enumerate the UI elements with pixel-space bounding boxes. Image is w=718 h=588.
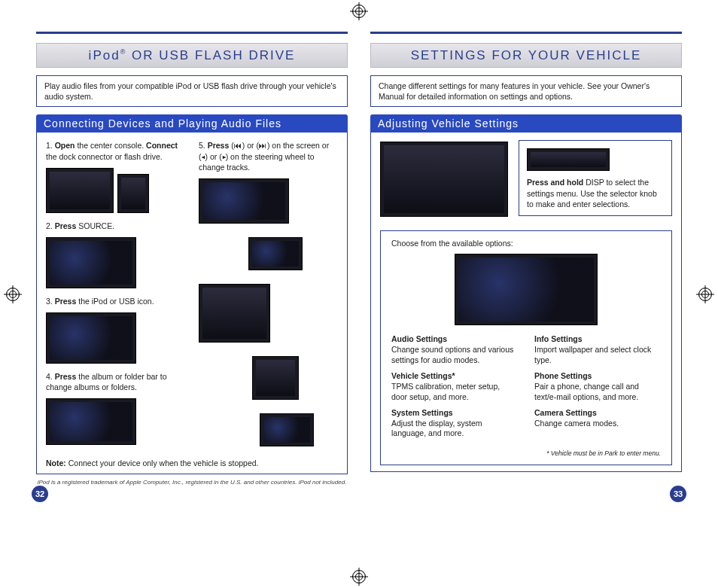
- options-footnote: * Vehicle must be in Park to enter menu.: [391, 449, 661, 457]
- page-number-right: 33: [670, 486, 686, 502]
- image-wheel-controls: [252, 356, 299, 400]
- opt-system: System SettingsAdjust the display, syste…: [391, 408, 518, 439]
- opt-info: Info SettingsImport wallpaper and select…: [534, 334, 661, 365]
- title-text-pre: iPod: [89, 48, 120, 62]
- image-ipod-icon-screen: [46, 312, 136, 364]
- section-header-right: Adjusting Vehicle Settings: [370, 114, 682, 133]
- options-col-1: Audio SettingsChange sound options and v…: [391, 334, 518, 445]
- intro-text-left: Play audio files from your compatible iP…: [36, 75, 348, 107]
- next-track-icon: ⏭: [259, 141, 267, 150]
- page-left: iPod® OR USB FLASH DRIVE Play audio file…: [36, 32, 348, 486]
- opt-system-title: System Settings: [391, 408, 518, 419]
- step1-txt2: the dock connector or flash drive.: [46, 152, 163, 161]
- step4-bold: Press: [55, 372, 77, 381]
- opt-info-title: Info Settings: [534, 334, 661, 345]
- opt-audio-title: Audio Settings: [391, 334, 518, 345]
- opt-vehicle: Vehicle Settings*TPMS calibration, meter…: [391, 371, 518, 402]
- note-line: Note: Connect your device only when the …: [46, 459, 338, 468]
- image-dashboard: [380, 142, 508, 217]
- title-registered: ®: [120, 48, 127, 56]
- step2-txt: SOURCE.: [76, 221, 114, 230]
- opt-audio-desc: Change sound options and various setting…: [391, 345, 513, 364]
- prev-track-icon: ⏮: [234, 141, 242, 150]
- registration-mark-bottom: [352, 570, 366, 583]
- page-title-left: iPod® OR USB FLASH DRIVE: [36, 43, 348, 68]
- image-disp-panel: [527, 148, 610, 171]
- opt-audio: Audio SettingsChange sound options and v…: [391, 334, 518, 365]
- image-steering-wheel: [199, 284, 270, 343]
- image-album-bar: [46, 398, 136, 445]
- image-album-b: [260, 413, 314, 446]
- left-column: 1. Open the center console. Connect the …: [46, 140, 185, 454]
- opt-vehicle-desc: TPMS calibration, meter setup, door setu…: [391, 382, 500, 401]
- registration-mark-left: [6, 288, 20, 301]
- disp-tip-box: Press and hold DISP to select the settin…: [519, 140, 672, 216]
- opt-system-desc: Adjust the display, system language, and…: [391, 419, 482, 438]
- page-number-left: 32: [32, 486, 48, 502]
- opt-phone: Phone SettingsPair a phone, change call …: [534, 371, 661, 402]
- rule-top: [36, 32, 348, 34]
- note-label: Note:: [46, 459, 66, 468]
- title-text-post: OR USB FLASH DRIVE: [126, 48, 295, 62]
- trademark-line: iPod is a registered trademark of Apple …: [36, 479, 348, 486]
- opt-phone-desc: Pair a phone, change call and text/e-mai…: [534, 382, 639, 401]
- image-console: [46, 168, 114, 213]
- intro-text-right: Change different settings for many featu…: [370, 75, 682, 107]
- opt-camera-desc: Change camera modes.: [534, 419, 619, 428]
- section-body-right: Press and hold DISP to select the settin…: [370, 133, 682, 472]
- step-1: 1. Open the center console. Connect the …: [46, 140, 185, 161]
- step-4: 4. Press the album or folder bar to chan…: [46, 371, 185, 392]
- step1-bold2: Connect: [146, 141, 178, 150]
- step-3: 3. Press the iPod or USB icon.: [46, 296, 185, 306]
- image-source-screen: [46, 237, 136, 288]
- note-text: Connect your device only when the vehicl…: [66, 459, 259, 468]
- opt-camera: Camera SettingsChange camera modes.: [534, 408, 661, 428]
- page-right: SETTINGS FOR YOUR VEHICLE Change differe…: [370, 32, 682, 486]
- options-col-2: Info SettingsImport wallpaper and select…: [534, 334, 661, 445]
- image-settings-menu: [455, 254, 598, 325]
- right-column: 5. Press (⏮) or (⏭) on the screen or (◀)…: [199, 140, 338, 454]
- step3-txt: the iPod or USB icon.: [76, 297, 154, 306]
- step1-txt1: the center console.: [75, 141, 147, 150]
- step5-txt4: ) or (: [205, 152, 222, 161]
- step5-bold: Press: [208, 141, 230, 150]
- image-track-screen-b: [248, 237, 303, 270]
- opt-camera-title: Camera Settings: [534, 408, 661, 419]
- step2-bold: Press: [55, 221, 77, 230]
- opt-vehicle-title: Vehicle Settings*: [391, 371, 518, 382]
- tip-bold: Press and hold: [527, 178, 583, 187]
- step-2: 2. Press SOURCE.: [46, 221, 185, 231]
- image-flash-drive: [117, 174, 149, 213]
- rule-top-right: [370, 32, 682, 34]
- opt-phone-title: Phone Settings: [534, 371, 661, 382]
- step5-txt2: ) or (: [242, 141, 259, 150]
- section-body-left: 1. Open the center console. Connect the …: [36, 133, 348, 474]
- registration-mark-right: [698, 288, 712, 301]
- step3-bold: Press: [55, 297, 77, 306]
- page-title-right: SETTINGS FOR YOUR VEHICLE: [370, 43, 682, 68]
- image-track-screen-a: [199, 178, 289, 224]
- opt-info-desc: Import wallpaper and select clock type.: [534, 345, 651, 364]
- step1-bold1: Open: [55, 141, 75, 150]
- step-5: 5. Press (⏮) or (⏭) on the screen or (◀)…: [199, 140, 338, 172]
- options-box: Choose from the available options: Audio…: [380, 230, 672, 465]
- section-header-left: Connecting Devices and Playing Audio Fil…: [36, 114, 348, 133]
- options-intro: Choose from the available options:: [391, 239, 661, 248]
- registration-mark-top: [352, 5, 366, 18]
